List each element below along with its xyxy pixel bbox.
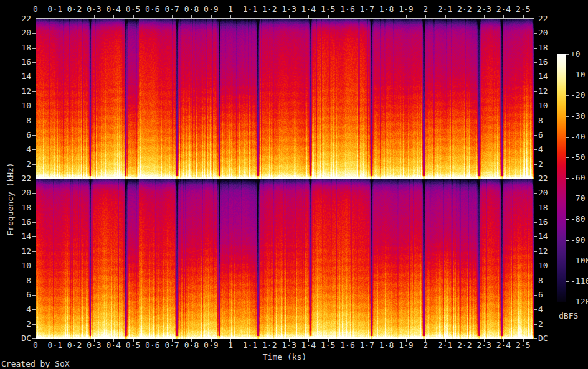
- x-tick-label-top: 2·5: [516, 5, 530, 13]
- y-tick-label-left: 18: [6, 44, 31, 52]
- x-tick-label-top: 1·7: [360, 5, 374, 13]
- x-tick-top: [308, 15, 309, 18]
- x-tick-label-top: 1·2: [262, 5, 277, 13]
- colorbar-tick-label: -10: [571, 70, 585, 79]
- y-tick-right: [534, 324, 537, 325]
- y-tick-left: [32, 135, 36, 136]
- colorbar-tick: [566, 240, 569, 241]
- y-tick-label-right: 12: [538, 247, 548, 256]
- x-tick-label-top: 2: [423, 5, 428, 13]
- x-tick-label-top: 0·5: [126, 5, 140, 13]
- y-tick-left: [32, 19, 36, 19]
- colorbar-tick: [566, 116, 569, 117]
- colorbar-tick-label: -40: [571, 133, 585, 141]
- x-tick-top: [36, 15, 36, 18]
- y-tick-label-right: 14: [538, 72, 548, 81]
- x-tick-bottom: [153, 339, 153, 342]
- y-tick-left: [32, 236, 36, 237]
- x-tick-top: [153, 15, 153, 18]
- colorbar-tick: [566, 302, 569, 302]
- y-tick-left: [32, 295, 36, 296]
- x-tick-bottom: [94, 339, 95, 342]
- x-tick-label-top: 0: [33, 5, 38, 13]
- y-tick-left: [32, 208, 36, 208]
- x-tick-bottom: [523, 339, 524, 342]
- y-axis-title: Frequency (kHz): [6, 162, 15, 235]
- y-tick-label-left: 10: [6, 101, 31, 110]
- y-tick-left: [32, 62, 36, 63]
- x-tick-top: [250, 15, 250, 18]
- x-tick-label-top: 0·4: [106, 5, 120, 13]
- y-tick-right: [534, 121, 537, 121]
- y-tick-right: [534, 48, 537, 49]
- colorbar-tick-label: -20: [571, 91, 585, 100]
- colorbar-tick: [566, 137, 569, 138]
- x-tick-bottom: [367, 339, 368, 342]
- colorbar-tick-label: -50: [571, 153, 585, 162]
- y-tick-label-right: 8: [538, 116, 543, 125]
- colorbar-tick-label: -60: [571, 174, 585, 182]
- x-tick-top: [484, 15, 485, 18]
- y-tick-left: [32, 193, 36, 194]
- y-tick-left: [32, 266, 36, 266]
- x-tick-label-top: 0·8: [184, 5, 199, 13]
- y-tick-label-left: 16: [6, 58, 31, 67]
- y-tick-left: [32, 222, 36, 223]
- y-tick-label-right: 4: [538, 305, 543, 314]
- x-tick-bottom: [172, 339, 173, 342]
- y-tick-label-left: 6: [6, 291, 31, 299]
- x-tick-bottom: [348, 339, 348, 342]
- x-tick-top: [172, 15, 173, 18]
- y-tick-label-right: 20: [538, 189, 548, 197]
- colorbar-tick: [566, 261, 569, 261]
- y-tick-label-left: 2: [6, 320, 31, 329]
- y-tick-label-right: 2: [538, 160, 543, 169]
- x-tick-top: [230, 15, 231, 18]
- y-tick-right: [534, 222, 537, 223]
- x-tick-label-top: 1·3: [282, 5, 296, 13]
- x-tick-label-top: 2·1: [438, 5, 452, 13]
- colorbar-tick-label: -70: [571, 194, 585, 203]
- x-tick-top: [503, 15, 504, 18]
- y-tick-left: [32, 91, 36, 92]
- colorbar-gradient: [557, 54, 566, 302]
- x-tick-label-top: 0·3: [87, 5, 101, 13]
- y-tick-right: [534, 236, 537, 237]
- x-tick-bottom: [308, 339, 309, 342]
- y-tick-label-left: 14: [6, 72, 31, 81]
- x-tick-top: [387, 15, 387, 18]
- y-tick-right: [534, 179, 537, 179]
- x-tick-bottom: [133, 339, 134, 342]
- x-tick-label-top: 1·1: [243, 5, 257, 13]
- x-tick-bottom: [289, 339, 290, 342]
- x-tick-top: [445, 15, 446, 18]
- x-tick-bottom: [503, 339, 504, 342]
- y-tick-left: [32, 121, 36, 121]
- y-tick-right: [534, 266, 537, 266]
- y-dc-tick-right: [534, 338, 537, 339]
- x-tick-top: [523, 15, 524, 18]
- x-tick-bottom: [270, 339, 270, 342]
- y-tick-left: [32, 281, 36, 281]
- x-tick-top: [425, 15, 426, 18]
- x-tick-bottom: [484, 339, 485, 342]
- x-tick-bottom: [445, 339, 446, 342]
- colorbar-tick-label: -30: [571, 112, 585, 121]
- y-tick-right: [534, 19, 537, 19]
- sox-credit: Created by SoX: [1, 359, 70, 368]
- x-tick-bottom: [211, 339, 212, 342]
- x-tick-bottom: [328, 339, 329, 342]
- y-tick-label-right: 4: [538, 145, 543, 154]
- y-tick-label-right: 14: [538, 232, 548, 241]
- x-tick-top: [367, 15, 368, 18]
- y-tick-right: [534, 164, 537, 165]
- colorbar-tick-label: -110: [571, 277, 588, 286]
- x-tick-label-top: 1·4: [301, 5, 316, 13]
- y-tick-left: [32, 48, 36, 49]
- y-tick-label-right: 10: [538, 261, 548, 270]
- y-tick-left: [32, 179, 36, 179]
- y-tick-right: [534, 33, 537, 34]
- y-tick-right: [534, 135, 537, 136]
- x-tick-bottom: [55, 339, 55, 342]
- y-tick-left: [32, 324, 36, 325]
